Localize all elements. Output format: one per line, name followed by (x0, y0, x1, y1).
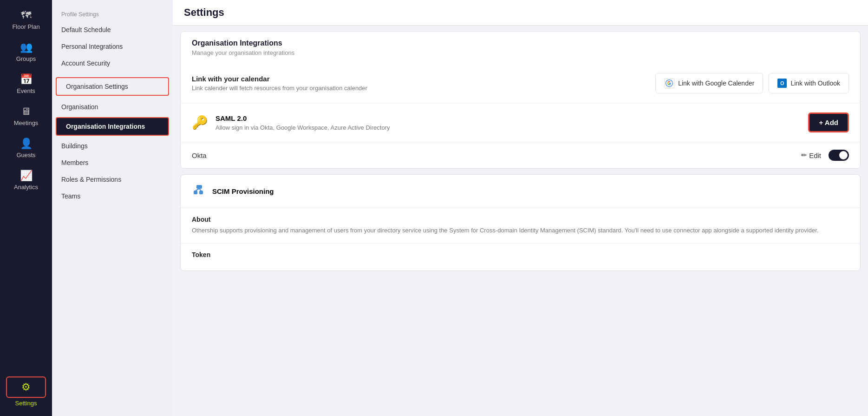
left-panel-item-members[interactable]: Members (52, 154, 173, 171)
profile-settings-section-label: Profile Settings (52, 7, 173, 21)
sidebar-item-label: Settings (15, 400, 37, 407)
svg-rect-3 (196, 185, 202, 189)
scim-about-text: Othership supports provisioning and mana… (192, 226, 849, 236)
floor-plan-icon: 🗺 (21, 9, 31, 21)
calendar-section: Link with your calendar Link calender wi… (181, 64, 860, 103)
main-content: Settings Organisation Integrations Manag… (173, 0, 868, 416)
org-integrations-header: Organisation Integrations Manage your or… (181, 32, 860, 64)
sidebar-item-label: Events (17, 87, 35, 94)
events-icon: 📅 (20, 73, 33, 86)
sidebar-item-events[interactable]: 📅 Events (0, 68, 52, 100)
left-panel-item-organisation[interactable]: Organisation (52, 99, 173, 115)
saml-info: SAML 2.0 Allow sign in via Okta, Google … (215, 114, 801, 131)
sidebar-item-label: Groups (16, 55, 36, 62)
svg-rect-2 (199, 191, 203, 194)
google-calendar-icon (664, 78, 674, 88)
left-panel-item-teams[interactable]: Teams (52, 188, 173, 205)
saml-section: 🔑 SAML 2.0 Allow sign in via Okta, Googl… (181, 103, 860, 142)
sidebar-item-analytics[interactable]: 📈 Analytics (0, 164, 52, 196)
org-integrations-card: Organisation Integrations Manage your or… (180, 31, 861, 169)
sidebar-item-label: Analytics (14, 184, 38, 191)
left-panel-item-buildings[interactable]: Buildings (52, 138, 173, 154)
google-calendar-btn-label: Link with Google Calender (678, 79, 754, 87)
sidebar-item-settings[interactable]: ⚙ Settings (0, 371, 52, 412)
scim-token-section: Token (181, 243, 860, 271)
okta-actions: ✏ Edit (801, 150, 849, 161)
calendar-description: Link calender will fetch resources from … (192, 85, 367, 92)
scim-provisioning-icon (192, 182, 207, 200)
scim-header: SCIM Provisioning (181, 175, 860, 208)
analytics-icon: 📈 (20, 170, 33, 182)
okta-label: Okta (192, 152, 207, 159)
okta-edit-button[interactable]: ✏ Edit (801, 151, 821, 159)
outlook-btn-label: Link with Outlook (790, 79, 840, 87)
link-outlook-button[interactable]: O Link with Outlook (769, 73, 849, 93)
saml-description: Allow sign in via Okta, Google Workspace… (215, 124, 801, 131)
link-google-calendar-button[interactable]: Link with Google Calender (655, 73, 763, 93)
page-title: Settings (184, 7, 224, 18)
left-panel-item-organisation-integrations[interactable]: Organisation Integrations (56, 117, 169, 136)
settings-highlight: ⚙ (6, 376, 46, 398)
sidebar: 🗺 Floor Plan 👥 Groups 📅 Events 🖥 Meeting… (0, 0, 52, 416)
outlook-icon: O (777, 79, 787, 88)
sidebar-item-label: Guests (16, 152, 35, 158)
edit-label: Edit (809, 152, 821, 159)
left-panel-item-roles-permissions[interactable]: Roles & Permissions (52, 171, 173, 188)
left-panel-item-account-security[interactable]: Account Security (52, 55, 173, 72)
scim-token-title: Token (192, 251, 849, 258)
sidebar-item-label: Floor Plan (12, 23, 39, 30)
okta-toggle[interactable] (829, 150, 849, 161)
svg-line-4 (196, 189, 199, 191)
scim-title: SCIM Provisioning (212, 187, 274, 195)
pencil-icon: ✏ (801, 151, 807, 159)
calendar-buttons: Link with Google Calender O Link with Ou… (655, 73, 849, 93)
saml-title: SAML 2.0 (215, 114, 801, 122)
sidebar-item-groups[interactable]: 👥 Groups (0, 36, 52, 68)
saml-add-button[interactable]: + Add (808, 112, 849, 132)
guests-icon: 👤 (20, 138, 33, 150)
key-icon: 🔑 (192, 115, 208, 130)
groups-icon: 👥 (20, 41, 33, 53)
svg-line-5 (199, 189, 201, 191)
scim-card: SCIM Provisioning About Othership suppor… (180, 174, 861, 271)
org-integrations-subtitle: Manage your organisation integrations (192, 49, 849, 56)
sidebar-item-label: Meetings (14, 119, 39, 126)
org-integrations-title: Organisation Integrations (192, 39, 849, 47)
left-panel-item-organisation-settings[interactable]: Organisation Settings (56, 77, 169, 96)
page-header: Settings (173, 0, 868, 26)
left-panel: Profile Settings Default Schedule Person… (52, 0, 173, 416)
svg-rect-1 (194, 191, 197, 194)
sidebar-item-meetings[interactable]: 🖥 Meetings (0, 100, 52, 132)
meetings-icon: 🖥 (21, 106, 31, 118)
calendar-title: Link with your calendar (192, 75, 367, 83)
okta-section: Okta ✏ Edit (181, 142, 860, 168)
settings-icon: ⚙ (21, 381, 31, 393)
left-panel-item-default-schedule[interactable]: Default Schedule (52, 21, 173, 38)
sidebar-item-guests[interactable]: 👤 Guests (0, 132, 52, 164)
scim-about-title: About (192, 216, 849, 223)
sidebar-item-floor-plan[interactable]: 🗺 Floor Plan (0, 4, 52, 36)
content-area: Organisation Integrations Manage your or… (173, 26, 868, 416)
left-panel-item-personal-integrations[interactable]: Personal Integrations (52, 38, 173, 55)
scim-about-section: About Othership supports provisioning an… (181, 208, 860, 243)
calendar-info: Link with your calendar Link calender wi… (192, 75, 367, 92)
